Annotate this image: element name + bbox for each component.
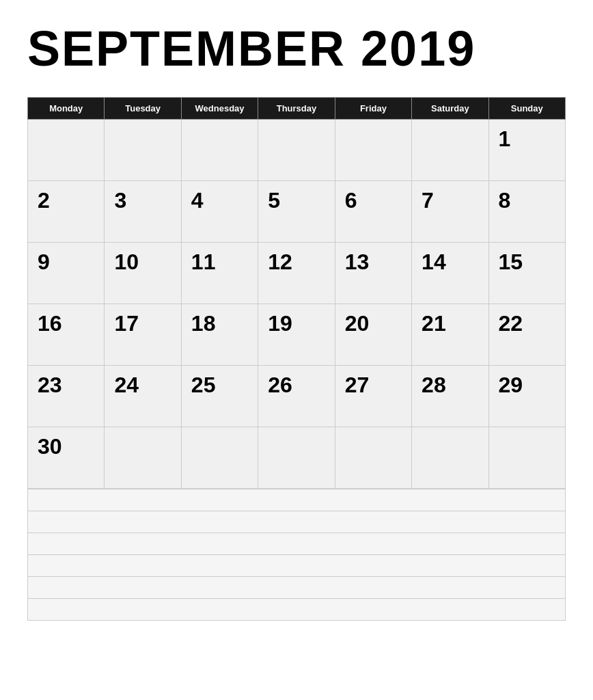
day-header-monday: Monday bbox=[28, 98, 105, 120]
day-header-thursday: Thursday bbox=[258, 98, 335, 120]
calendar-day-empty[interactable] bbox=[335, 120, 411, 181]
calendar-day-2[interactable]: 2 bbox=[28, 181, 105, 243]
calendar-day-27[interactable]: 27 bbox=[335, 366, 411, 427]
day-header-saturday: Saturday bbox=[412, 98, 488, 120]
calendar-day-empty[interactable] bbox=[181, 427, 258, 489]
calendar-grid: MondayTuesdayWednesdayThursdayFridaySatu… bbox=[27, 97, 566, 489]
calendar-week-row: 16171819202122 bbox=[28, 304, 566, 366]
calendar-day-empty[interactable] bbox=[258, 120, 335, 181]
notes-row bbox=[28, 489, 566, 511]
calendar-day-10[interactable]: 10 bbox=[105, 243, 181, 304]
notes-section bbox=[27, 489, 566, 621]
calendar-day-empty[interactable] bbox=[335, 427, 411, 489]
calendar-week-row: 1 bbox=[28, 120, 566, 181]
calendar-day-12[interactable]: 12 bbox=[258, 243, 335, 304]
calendar-day-18[interactable]: 18 bbox=[181, 304, 258, 366]
notes-cell[interactable] bbox=[28, 599, 566, 621]
calendar-day-16[interactable]: 16 bbox=[28, 304, 105, 366]
notes-row bbox=[28, 533, 566, 555]
calendar-day-empty[interactable] bbox=[105, 120, 181, 181]
calendar-day-13[interactable]: 13 bbox=[335, 243, 411, 304]
calendar-day-empty[interactable] bbox=[181, 120, 258, 181]
day-header-friday: Friday bbox=[335, 98, 411, 120]
notes-cell[interactable] bbox=[28, 555, 566, 577]
day-header-wednesday: Wednesday bbox=[181, 98, 258, 120]
calendar-week-row: 23242526272829 bbox=[28, 366, 566, 427]
notes-cell[interactable] bbox=[28, 489, 566, 511]
calendar-week-row: 30 bbox=[28, 427, 566, 489]
calendar-day-empty[interactable] bbox=[105, 427, 181, 489]
calendar-day-4[interactable]: 4 bbox=[181, 181, 258, 243]
days-header-row: MondayTuesdayWednesdayThursdayFridaySatu… bbox=[28, 98, 566, 120]
calendar-day-30[interactable]: 30 bbox=[28, 427, 105, 489]
calendar-week-row: 2345678 bbox=[28, 181, 566, 243]
calendar-day-15[interactable]: 15 bbox=[488, 243, 565, 304]
calendar-container: SEPTEMBER 2019 MondayTuesdayWednesdayThu… bbox=[27, 21, 566, 621]
calendar-day-22[interactable]: 22 bbox=[488, 304, 565, 366]
calendar-day-21[interactable]: 21 bbox=[412, 304, 488, 366]
calendar-day-9[interactable]: 9 bbox=[28, 243, 105, 304]
calendar-day-25[interactable]: 25 bbox=[181, 366, 258, 427]
notes-cell[interactable] bbox=[28, 511, 566, 533]
calendar-day-17[interactable]: 17 bbox=[105, 304, 181, 366]
notes-row bbox=[28, 555, 566, 577]
calendar-day-3[interactable]: 3 bbox=[105, 181, 181, 243]
notes-row bbox=[28, 599, 566, 621]
calendar-day-empty[interactable] bbox=[258, 427, 335, 489]
calendar-week-row: 9101112131415 bbox=[28, 243, 566, 304]
calendar-day-empty[interactable] bbox=[412, 120, 488, 181]
notes-cell[interactable] bbox=[28, 577, 566, 599]
calendar-day-23[interactable]: 23 bbox=[28, 366, 105, 427]
calendar-day-29[interactable]: 29 bbox=[488, 366, 565, 427]
calendar-day-6[interactable]: 6 bbox=[335, 181, 411, 243]
notes-cell[interactable] bbox=[28, 533, 566, 555]
calendar-day-20[interactable]: 20 bbox=[335, 304, 411, 366]
calendar-title: SEPTEMBER 2019 bbox=[27, 21, 566, 77]
notes-row bbox=[28, 577, 566, 599]
calendar-day-14[interactable]: 14 bbox=[412, 243, 488, 304]
calendar-day-5[interactable]: 5 bbox=[258, 181, 335, 243]
day-header-sunday: Sunday bbox=[488, 98, 565, 120]
calendar-day-empty[interactable] bbox=[412, 427, 488, 489]
day-header-tuesday: Tuesday bbox=[105, 98, 181, 120]
calendar-day-empty[interactable] bbox=[488, 427, 565, 489]
calendar-day-28[interactable]: 28 bbox=[412, 366, 488, 427]
calendar-day-11[interactable]: 11 bbox=[181, 243, 258, 304]
calendar-day-26[interactable]: 26 bbox=[258, 366, 335, 427]
notes-row bbox=[28, 511, 566, 533]
calendar-day-24[interactable]: 24 bbox=[105, 366, 181, 427]
calendar-day-19[interactable]: 19 bbox=[258, 304, 335, 366]
calendar-day-8[interactable]: 8 bbox=[488, 181, 565, 243]
calendar-day-1[interactable]: 1 bbox=[488, 120, 565, 181]
calendar-day-7[interactable]: 7 bbox=[412, 181, 488, 243]
calendar-day-empty[interactable] bbox=[28, 120, 105, 181]
